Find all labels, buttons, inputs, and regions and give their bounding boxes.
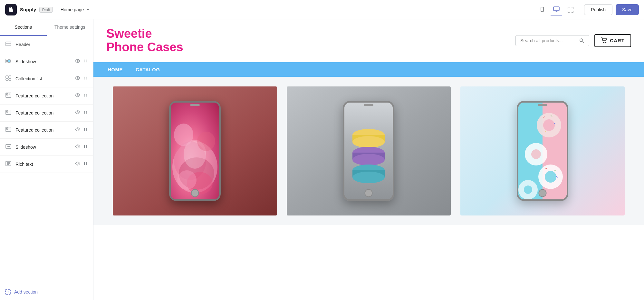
fullscreen-view-button[interactable]: [565, 4, 576, 15]
svg-point-10: [77, 60, 78, 62]
store-name-line2: Phone Cases: [106, 41, 515, 54]
sidebar-item-collection-list[interactable]: Collection list: [0, 70, 93, 87]
svg-point-93: [174, 124, 193, 146]
svg-point-8: [6, 60, 8, 62]
eye-icon-rich-text[interactable]: [75, 161, 80, 167]
eye-icon-featured-3[interactable]: [75, 127, 80, 133]
topbar: Supply Draft Home page Publish: [0, 0, 644, 19]
svg-point-26: [84, 79, 85, 79]
svg-point-100: [352, 154, 385, 165]
svg-point-1: [542, 11, 543, 11]
donut-decoration: [518, 103, 567, 199]
draft-badge: Draft: [39, 7, 53, 13]
nav-home[interactable]: HOME: [106, 62, 124, 77]
svg-point-48: [84, 113, 85, 114]
slideshow-2-label: Slideshow: [15, 145, 71, 150]
featured-collection-icon-1: [5, 92, 12, 100]
drag-handle-slideshow-1[interactable]: [83, 58, 88, 65]
store-logo-area: Sweetie Phone Cases: [106, 27, 515, 54]
page-selector-label: Home page: [61, 7, 84, 12]
sidebar-item-featured-collection-2[interactable]: Featured collection: [0, 105, 93, 122]
sidebar-items-list: Header Slideshow: [0, 36, 93, 284]
svg-point-21: [77, 77, 78, 79]
featured-collection-icon-3: [5, 126, 12, 134]
nav-catalog[interactable]: CATALOG: [134, 62, 161, 77]
sidebar-tabs: Sections Theme settings: [0, 19, 93, 36]
sidebar-item-header[interactable]: Header: [0, 36, 93, 53]
product-card-2[interactable]: [287, 86, 451, 215]
svg-point-16: [86, 62, 87, 62]
collection-list-controls: [75, 75, 88, 82]
tab-sections[interactable]: Sections: [0, 19, 47, 36]
drag-handle-featured-3[interactable]: [83, 127, 88, 133]
svg-point-12: [86, 60, 87, 60]
svg-point-111: [531, 149, 541, 159]
svg-point-24: [84, 78, 85, 78]
save-button[interactable]: Save: [616, 4, 639, 15]
svg-line-84: [583, 41, 584, 43]
svg-point-65: [84, 146, 85, 147]
svg-rect-19: [6, 79, 8, 80]
search-input[interactable]: [520, 38, 577, 43]
eye-icon-featured-2[interactable]: [75, 110, 80, 116]
cart-button[interactable]: CART: [594, 34, 631, 47]
featured-collection-2-controls: [75, 110, 88, 116]
svg-point-25: [86, 78, 87, 78]
preview-area: Sweetie Phone Cases: [93, 19, 644, 300]
svg-point-44: [84, 111, 85, 112]
store-name-line1: Sweetie: [106, 27, 515, 41]
sidebar-item-slideshow-2[interactable]: Slideshow: [0, 139, 93, 156]
svg-point-11: [84, 60, 85, 60]
page-selector[interactable]: Home page: [61, 7, 90, 12]
svg-point-105: [543, 119, 555, 131]
eye-icon-collection-list[interactable]: [75, 75, 80, 82]
svg-point-60: [86, 130, 87, 131]
drag-handle-featured-2[interactable]: [83, 110, 88, 116]
eye-icon-slideshow-1[interactable]: [75, 58, 80, 65]
svg-point-33: [84, 94, 85, 95]
featured-collection-1-controls: [75, 93, 88, 99]
slideshow-2-controls: [75, 144, 88, 150]
mobile-view-button[interactable]: [536, 4, 548, 15]
svg-point-57: [84, 129, 85, 130]
tab-theme-settings[interactable]: Theme settings: [47, 19, 93, 36]
publish-button[interactable]: Publish: [584, 4, 612, 15]
slideshow-1-label: Slideshow: [15, 59, 71, 64]
svg-point-55: [84, 128, 85, 129]
svg-point-49: [86, 113, 87, 114]
svg-point-66: [86, 146, 87, 147]
store-header: Sweetie Phone Cases: [93, 19, 644, 62]
sidebar-item-slideshow-1[interactable]: Slideshow: [0, 53, 93, 70]
svg-point-103: [352, 172, 385, 183]
sidebar-item-rich-text[interactable]: Rich text: [0, 156, 93, 173]
swirl-decoration: [171, 103, 219, 199]
slideshow-1-controls: [75, 58, 88, 65]
svg-point-62: [77, 146, 78, 147]
svg-point-32: [77, 95, 78, 96]
sidebar-item-featured-collection-3[interactable]: Featured collection: [0, 122, 93, 139]
sidebar-item-featured-collection-1[interactable]: Featured collection: [0, 87, 93, 105]
eye-icon-slideshow-2[interactable]: [75, 144, 80, 150]
svg-point-59: [84, 130, 85, 131]
collection-list-label: Collection list: [15, 76, 71, 81]
store-search-area: CART: [515, 34, 631, 47]
header-icon: [5, 41, 12, 48]
product-card-3[interactable]: [460, 86, 625, 215]
drag-handle-slideshow-2[interactable]: [83, 144, 88, 150]
svg-rect-9: [8, 60, 10, 62]
svg-point-73: [77, 163, 78, 164]
product-card-1[interactable]: [113, 86, 277, 215]
featured-collection-3-controls: [75, 127, 88, 133]
drag-handle-collection-list[interactable]: [83, 75, 88, 82]
add-section-button[interactable]: Add section: [0, 284, 93, 300]
desktop-view-button[interactable]: [551, 4, 562, 15]
drag-handle-featured-1[interactable]: [83, 93, 88, 99]
svg-point-37: [84, 96, 85, 96]
svg-point-113: [545, 171, 556, 183]
svg-point-68: [86, 147, 87, 148]
svg-rect-51: [6, 128, 8, 129]
drag-handle-rich-text[interactable]: [83, 161, 88, 167]
svg-rect-17: [6, 76, 8, 78]
eye-icon-featured-1[interactable]: [75, 93, 80, 99]
search-icon: [579, 38, 584, 43]
